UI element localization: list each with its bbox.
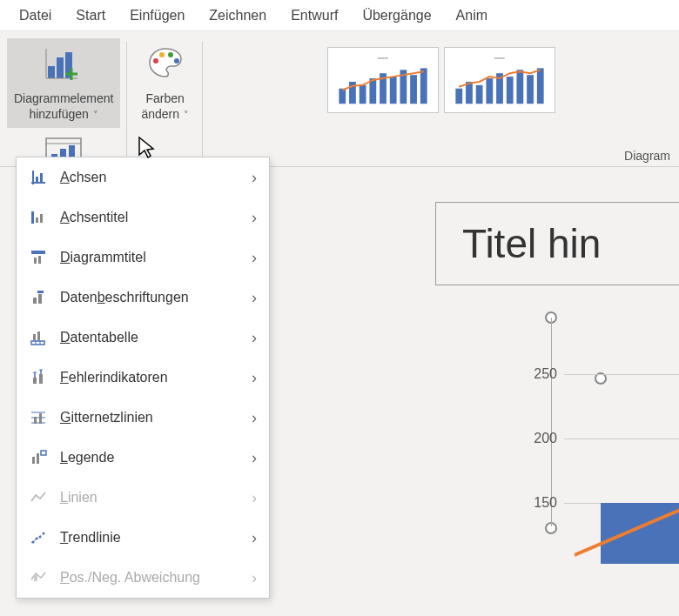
svg-rect-67 [41,451,46,455]
svg-rect-30 [486,78,493,104]
svg-rect-38 [36,177,38,182]
menu-item-data-table[interactable]: Datentabelle › [17,318,269,358]
ribbon-group-elements: Diagrammelement hinzufügen ˅ Schnelllayo… [0,31,127,166]
chevron-down-icon: ˅ [181,110,189,120]
menu-item-axis-titles[interactable]: Achsentitel › [17,198,269,238]
menu-item-lines: Linien › [17,478,269,518]
tab-file[interactable]: Datei [19,8,51,23]
chart-object[interactable]: 250 200 150 [435,320,679,581]
chevron-right-icon: › [252,209,257,227]
svg-line-74 [575,503,679,555]
tab-start[interactable]: Start [76,8,105,23]
svg-rect-29 [475,85,482,104]
chart-line-segment [575,494,679,572]
add-chart-element-label: Diagrammelement hinzufügen [14,91,113,121]
menu-item-data-labels[interactable]: Datenbeschriftungen › [17,278,269,318]
menu-item-axes[interactable]: Achsen › [17,157,269,198]
chart-title-icon [29,248,48,267]
chart-style-gallery: ━━━ ━━━ [322,38,561,122]
menu-label: Achsen [60,170,252,185]
menu-label: Datenbeschriftungen [60,290,252,305]
menu-label: Fehlerindikatoren [60,370,252,385]
chevron-right-icon: › [252,409,257,427]
menu-label: Gitternetzlinien [60,410,252,425]
chevron-right-icon: › [252,249,257,267]
gridlines-icon [29,408,48,427]
ribbon-group-styles: ━━━ ━━━ [203,31,679,166]
svg-rect-48 [37,291,44,293]
trendline-icon [29,528,48,547]
data-table-icon [29,328,48,347]
svg-rect-0 [48,66,55,78]
tab-design[interactable]: Entwurf [291,8,338,23]
svg-rect-55 [39,374,43,384]
svg-text:━━━: ━━━ [377,56,388,61]
change-colors-label: Farben ändern [141,91,185,121]
svg-point-13 [159,52,165,57]
menu-item-trendline[interactable]: Trendlinie › [17,518,269,558]
tab-bar: Datei Start Einfügen Zeichnen Entwurf Üb… [0,0,679,31]
svg-rect-42 [40,214,43,223]
svg-point-12 [153,58,158,64]
svg-rect-43 [31,251,45,254]
menu-item-gridlines[interactable]: Gitternetzlinien › [17,398,269,438]
svg-rect-50 [37,331,40,340]
legend-icon [29,448,48,467]
tab-transitions[interactable]: Übergänge [362,8,431,23]
svg-rect-46 [33,298,37,304]
tab-insert[interactable]: Einfügen [130,8,185,23]
change-colors-button[interactable]: Farben ändern ˅ [134,38,196,128]
svg-rect-32 [506,77,513,104]
chart-style-2[interactable]: ━━━ [444,47,555,113]
svg-rect-17 [339,89,346,104]
add-element-dropdown-menu: Achsen › Achsentitel › Diagrammtitel › D… [16,157,270,599]
svg-text:━━━: ━━━ [494,56,505,61]
svg-rect-51 [31,341,44,345]
svg-rect-33 [516,70,523,104]
menu-label: Diagrammtitel [60,250,252,265]
svg-rect-45 [38,256,41,264]
menu-label: Linien [60,490,252,506]
chevron-right-icon: › [252,289,257,307]
axes-icon [29,168,48,187]
chevron-right-icon: › [252,489,257,507]
menu-item-error-bars[interactable]: Fehlerindikatoren › [17,358,269,398]
svg-point-15 [174,58,179,64]
menu-label: Achsentitel [60,210,252,225]
chevron-right-icon: › [252,529,257,547]
svg-rect-47 [38,294,42,304]
slide-canvas: Titel hin 250 200 150 [435,202,679,616]
menu-item-updown-bars: Pos./Neg. Abweichung › [17,558,269,598]
error-bars-icon [29,368,48,387]
svg-rect-63 [34,417,37,424]
chart-style-1[interactable]: ━━━ [327,47,439,113]
menu-item-chart-title[interactable]: Diagrammtitel › [17,238,269,278]
svg-rect-65 [32,457,35,464]
menu-label: Datentabelle [60,330,252,345]
menu-item-legend[interactable]: Legende › [17,438,269,478]
data-labels-icon [29,288,48,307]
svg-rect-64 [39,413,42,424]
menu-label: Legende [60,450,252,465]
add-chart-element-button[interactable]: Diagrammelement hinzufügen ˅ [7,38,120,128]
svg-rect-22 [389,77,396,104]
y-tick-label: 200 [522,431,557,446]
chevron-down-icon: ˅ [91,110,98,120]
chart-gridline [564,374,679,375]
svg-rect-25 [420,68,427,104]
tab-animations[interactable]: Anim [456,8,487,23]
add-chart-element-icon [43,44,84,85]
menu-label: Trendlinie [60,530,252,546]
svg-rect-41 [36,218,38,223]
title-placeholder[interactable]: Titel hin [435,202,679,285]
svg-rect-24 [410,75,417,104]
tab-draw[interactable]: Zeichnen [209,8,266,23]
svg-rect-40 [31,211,34,224]
chart-gridline [564,439,679,439]
svg-rect-39 [40,173,43,182]
svg-rect-49 [33,334,36,340]
svg-rect-44 [34,258,37,264]
chevron-right-icon: › [252,329,257,347]
chevron-right-icon: › [252,569,257,587]
updown-bars-icon [29,568,48,587]
